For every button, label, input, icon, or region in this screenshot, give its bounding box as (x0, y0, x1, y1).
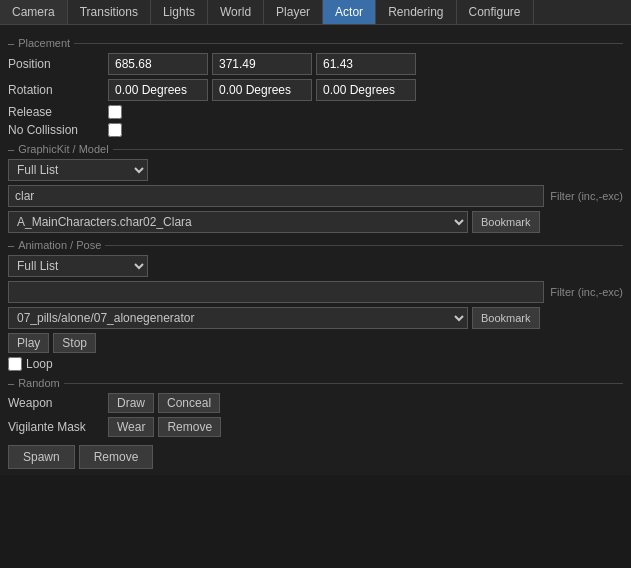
tab-bar: Camera Transitions Lights World Player A… (0, 0, 631, 25)
release-checkbox-container (108, 105, 122, 119)
animation-filter-label: Filter (inc,-exc) (550, 286, 623, 298)
release-label: Release (8, 105, 108, 119)
loop-label: Loop (26, 357, 53, 371)
graphickit-filter-label: Filter (inc,-exc) (550, 190, 623, 202)
graphickit-filter-input[interactable] (8, 185, 544, 207)
graphickit-section-header: GraphicKit / Model (8, 143, 623, 155)
tab-camera[interactable]: Camera (0, 0, 68, 24)
animation-anim-row: 07_pills/alone/07_alonegenerator Bookmar… (8, 307, 623, 329)
animation-bookmark-button[interactable]: Bookmark (472, 307, 540, 329)
tab-actor[interactable]: Actor (323, 0, 376, 24)
position-row: Position (8, 53, 623, 75)
graphickit-list-select[interactable]: Full List (8, 159, 148, 181)
release-checkbox[interactable] (108, 105, 122, 119)
nocollision-label: No Collission (8, 123, 108, 137)
graphickit-model-row: A_MainCharacters.char02_Clara Bookmark (8, 211, 623, 233)
position-label: Position (8, 57, 108, 71)
animation-anim-select[interactable]: 07_pills/alone/07_alonegenerator (8, 307, 468, 329)
vigilante-wear-button[interactable]: Wear (108, 417, 154, 437)
animation-dropdown-row: Full List (8, 255, 623, 277)
graphickit-bookmark-button[interactable]: Bookmark (472, 211, 540, 233)
rotation-row: Rotation (8, 79, 623, 101)
animation-filter-input[interactable] (8, 281, 544, 303)
rotation-z-input[interactable] (316, 79, 416, 101)
release-row: Release (8, 105, 623, 119)
weapon-row: Weapon Draw Conceal (8, 393, 623, 413)
tab-lights[interactable]: Lights (151, 0, 208, 24)
tab-rendering[interactable]: Rendering (376, 0, 456, 24)
position-y-input[interactable] (212, 53, 312, 75)
vigilante-remove-button[interactable]: Remove (158, 417, 221, 437)
position-x-input[interactable] (108, 53, 208, 75)
nocollision-checkbox[interactable] (108, 123, 122, 137)
weapon-draw-button[interactable]: Draw (108, 393, 154, 413)
animation-list-select[interactable]: Full List (8, 255, 148, 277)
placement-section-header: Placement (8, 37, 623, 49)
play-button[interactable]: Play (8, 333, 49, 353)
remove-button[interactable]: Remove (79, 445, 154, 469)
footer-row: Spawn Remove (8, 445, 623, 469)
spawn-button[interactable]: Spawn (8, 445, 75, 469)
graphickit-filter-row: Filter (inc,-exc) (8, 185, 623, 207)
tab-transitions[interactable]: Transitions (68, 0, 151, 24)
graphickit-model-select[interactable]: A_MainCharacters.char02_Clara (8, 211, 468, 233)
rotation-y-input[interactable] (212, 79, 312, 101)
vigilante-row: Vigilante Mask Wear Remove (8, 417, 623, 437)
weapon-conceal-button[interactable]: Conceal (158, 393, 220, 413)
stop-button[interactable]: Stop (53, 333, 96, 353)
loop-row: Loop (8, 357, 623, 371)
vigilante-label: Vigilante Mask (8, 420, 108, 434)
play-stop-row: Play Stop (8, 333, 623, 353)
animation-filter-row: Filter (inc,-exc) (8, 281, 623, 303)
loop-checkbox[interactable] (8, 357, 22, 371)
weapon-label: Weapon (8, 396, 108, 410)
main-content: Placement Position Rotation Release No C… (0, 25, 631, 475)
graphickit-dropdown-row: Full List (8, 159, 623, 181)
animation-section-header: Animation / Pose (8, 239, 623, 251)
position-z-input[interactable] (316, 53, 416, 75)
nocollision-checkbox-container (108, 123, 122, 137)
random-section-header: Random (8, 377, 623, 389)
tab-player[interactable]: Player (264, 0, 323, 24)
rotation-x-input[interactable] (108, 79, 208, 101)
tab-world[interactable]: World (208, 0, 264, 24)
nocollision-row: No Collission (8, 123, 623, 137)
rotation-label: Rotation (8, 83, 108, 97)
tab-configure[interactable]: Configure (457, 0, 534, 24)
